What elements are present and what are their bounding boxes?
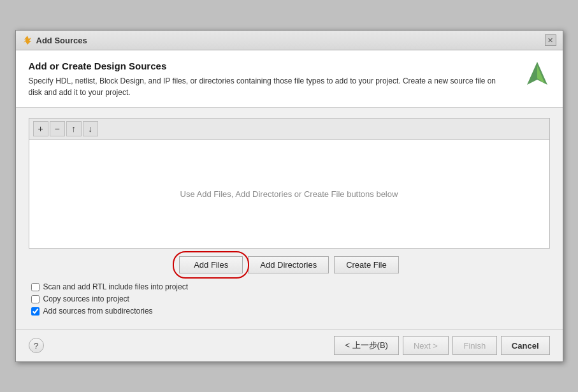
svg-marker-0 <box>24 36 31 45</box>
action-buttons-row: Add Files Add Directories Create File <box>29 256 550 273</box>
close-button[interactable]: ✕ <box>545 34 556 46</box>
file-list-container: + − ↑ ↓ Use Add Files, Add Directories o… <box>29 118 550 249</box>
scan-rtl-checkbox[interactable] <box>31 283 40 291</box>
add-subdirs-label: Add sources from subdirectories <box>43 307 153 316</box>
dialog-title: Add Sources <box>36 36 87 45</box>
checkboxes-section: Scan and add RTL include files into proj… <box>29 282 550 316</box>
scan-rtl-row: Scan and add RTL include files into proj… <box>31 282 547 291</box>
add-item-button[interactable]: + <box>33 121 48 136</box>
finish-button[interactable]: Finish <box>452 336 497 355</box>
main-content: + − ↑ ↓ Use Add Files, Add Directories o… <box>16 108 563 329</box>
add-subdirs-checkbox[interactable] <box>31 307 40 316</box>
header-description: Specify HDL, netlist, Block Design, and … <box>29 75 507 98</box>
add-subdirs-row: Add sources from subdirectories <box>31 307 547 316</box>
vivado-logo <box>524 61 550 86</box>
move-down-button[interactable]: ↓ <box>83 121 98 136</box>
title-bar: Add Sources ✕ <box>16 31 563 50</box>
next-button[interactable]: Next > <box>403 336 449 355</box>
remove-item-button[interactable]: − <box>50 121 65 136</box>
file-list-toolbar: + − ↑ ↓ <box>29 119 549 140</box>
create-file-button[interactable]: Create File <box>334 256 399 273</box>
footer: ? < 上一步(B) Next > Finish Cancel <box>16 329 563 361</box>
scan-rtl-label: Scan and add RTL include files into proj… <box>43 282 188 291</box>
help-button[interactable]: ? <box>29 338 44 353</box>
file-list-empty-message: Use Add Files, Add Directories or Create… <box>29 140 549 248</box>
header-section: Add or Create Design Sources Specify HDL… <box>16 50 563 108</box>
move-up-button[interactable]: ↑ <box>66 121 82 136</box>
add-files-button[interactable]: Add Files <box>179 256 243 273</box>
header-title: Add or Create Design Sources <box>29 61 507 71</box>
back-button[interactable]: < 上一步(B) <box>334 336 399 355</box>
copy-sources-label: Copy sources into project <box>43 294 129 303</box>
flame-icon <box>22 35 33 45</box>
add-directories-button[interactable]: Add Directories <box>248 256 329 273</box>
dialog-add-sources: Add Sources ✕ Add or Create Design Sourc… <box>15 30 563 362</box>
copy-sources-checkbox[interactable] <box>31 295 40 303</box>
copy-sources-row: Copy sources into project <box>31 294 547 303</box>
cancel-button[interactable]: Cancel <box>501 336 550 355</box>
